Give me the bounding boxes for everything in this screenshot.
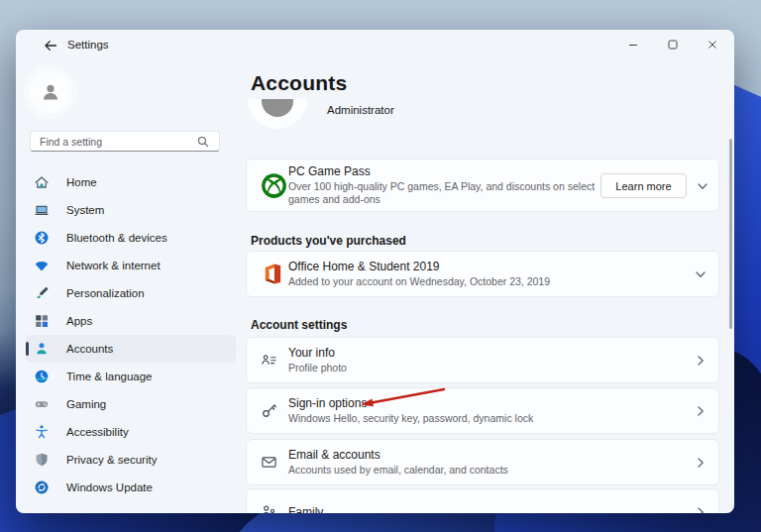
back-button[interactable]: [42, 37, 59, 54]
minimize-button[interactable]: [613, 30, 653, 59]
card-subtitle: Added to your account on Wednesday, Octo…: [288, 275, 550, 288]
sidebar-item-label: Accounts: [66, 343, 113, 355]
family-icon: [261, 503, 277, 513]
chevron-down-icon: [695, 268, 707, 280]
close-button[interactable]: [693, 30, 732, 59]
sidebar-item-label: Time & language: [66, 371, 153, 382]
sidebar-item-label: Network & internet: [66, 260, 161, 271]
privacy-icon: [34, 452, 50, 468]
sidebar-item-bluetooth-devices[interactable]: Bluetooth & devices: [26, 224, 236, 252]
card-title: Your info: [288, 346, 347, 360]
search-icon: [196, 135, 212, 149]
chevron-right-icon: [695, 506, 707, 514]
promo-description: Over 100 high-quality PC games, EA Play,…: [288, 180, 603, 206]
email-accounts-card[interactable]: Email & accountsAccounts used by email, …: [246, 439, 719, 485]
section-header-account-settings: Account settings: [251, 318, 347, 332]
chevron-down-icon[interactable]: [697, 180, 708, 192]
account-role-label: Administrator: [327, 104, 394, 116]
accounts-icon: [34, 341, 50, 357]
sidebar-item-privacy-security[interactable]: Privacy & security: [26, 446, 236, 474]
sidebar-item-label: Windows Update: [66, 481, 153, 493]
sidebar-item-accessibility[interactable]: Accessibility: [26, 418, 236, 446]
back-arrow-icon: [43, 38, 58, 53]
office-home-student-2019-card[interactable]: Office Home & Student 2019Added to your …: [246, 251, 719, 297]
sidebar-item-apps[interactable]: Apps: [26, 307, 236, 335]
sidebar-item-gaming[interactable]: Gaming: [26, 390, 236, 418]
sidebar-item-personalization[interactable]: Personalization: [26, 279, 236, 307]
settings-window: Settings HomeSystemBluetooth & devicesNe…: [16, 30, 734, 513]
sidebar-item-accounts[interactable]: Accounts: [26, 335, 236, 363]
office-logo-icon: [261, 263, 283, 285]
pc-game-pass-card[interactable]: PC Game Pass Over 100 high-quality PC ga…: [246, 159, 719, 212]
sidebar-item-label: Gaming: [66, 398, 106, 410]
window-controls: [613, 30, 732, 59]
card-title: Family: [288, 505, 323, 514]
sidebar-item-label: Bluetooth & devices: [66, 232, 167, 244]
chevron-right-icon: [695, 405, 707, 417]
card-title: Sign-in options: [288, 396, 533, 410]
settings-search[interactable]: [30, 131, 220, 152]
chevron-right-icon: [695, 355, 707, 367]
account-avatar: [248, 99, 307, 129]
section-header-products-you-ve-purchased: Products you've purchased: [251, 234, 406, 248]
search-input[interactable]: [31, 136, 196, 148]
personalization-icon: [34, 285, 50, 301]
sidebar-item-network-internet[interactable]: Network & internet: [26, 252, 236, 279]
app-title: Settings: [67, 39, 109, 51]
card-title: Email & accounts: [288, 448, 508, 462]
card-subtitle: Profile photo: [288, 362, 347, 374]
person-icon: [39, 80, 62, 104]
sign-in-options-card[interactable]: Sign-in optionsWindows Hello, security k…: [246, 387, 719, 434]
maximize-icon: [668, 40, 678, 50]
your-info-card[interactable]: Your infoProfile photo: [246, 337, 719, 383]
key-icon: [261, 402, 277, 419]
close-icon: [707, 40, 717, 50]
home-icon: [34, 174, 50, 190]
sidebar-item-label: System: [66, 204, 104, 216]
card-subtitle: Windows Hello, security key, password, d…: [288, 412, 533, 425]
learn-more-button[interactable]: Learn more: [600, 173, 687, 198]
accessibility-icon: [34, 424, 50, 440]
windows-update-icon: [34, 479, 50, 495]
promo-title: PC Game Pass: [288, 164, 603, 178]
vertical-scrollbar[interactable]: [729, 139, 732, 329]
system-icon: [34, 202, 50, 218]
card-subtitle: Accounts used by email, calendar, and co…: [288, 464, 508, 477]
sidebar-item-label: Privacy & security: [66, 454, 157, 466]
family-card[interactable]: Family: [246, 488, 719, 513]
sidebar-item-label: Apps: [66, 315, 92, 327]
user-avatar[interactable]: [30, 71, 71, 113]
mail-icon: [261, 454, 277, 471]
card-title: Office Home & Student 2019: [288, 260, 550, 273]
minimize-icon: [628, 40, 638, 50]
sidebar-item-time-language[interactable]: Time & language: [26, 363, 236, 390]
sidebar-item-label: Home: [66, 176, 97, 188]
your-info-icon: [261, 352, 277, 369]
xbox-logo-icon: [261, 172, 287, 199]
sidebar-item-windows-update[interactable]: Windows Update: [26, 474, 236, 501]
sidebar-item-label: Accessibility: [66, 426, 129, 438]
bluetooth-icon: [34, 230, 50, 246]
page-title: Accounts: [251, 71, 347, 95]
apps-icon: [34, 313, 50, 329]
sidebar-item-system[interactable]: System: [26, 196, 236, 224]
sidebar-nav: HomeSystemBluetooth & devicesNetwork & i…: [26, 168, 236, 501]
sidebar-item-label: Personalization: [66, 287, 145, 299]
chevron-right-icon: [695, 457, 707, 469]
network-icon: [34, 258, 50, 273]
selected-indicator: [26, 342, 29, 356]
sidebar-item-home[interactable]: Home: [26, 168, 236, 196]
gaming-icon: [34, 396, 50, 412]
time-language-icon: [34, 369, 50, 384]
maximize-button[interactable]: [653, 30, 693, 59]
